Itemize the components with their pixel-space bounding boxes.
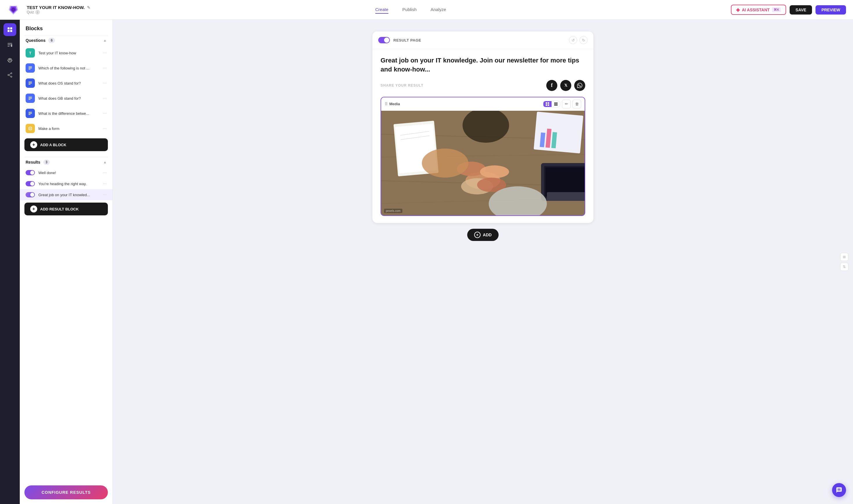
svg-rect-7 (11, 44, 12, 47)
media-delete-button[interactable]: 🗑 (572, 100, 581, 108)
chat-bubble-button[interactable] (832, 483, 846, 497)
ai-assistant-button[interactable]: ◈ AI ASSISTANT ⌘K (731, 5, 786, 15)
main-content: RESULT PAGE ↺ ↻ Great job on your IT kno… (113, 20, 853, 504)
sidebar-item-settings[interactable] (3, 53, 16, 66)
block-item-r3[interactable]: Great job on your IT knowled... ··· (20, 189, 112, 200)
info-icon: i (35, 10, 40, 15)
tab-analyze[interactable]: Analyze (430, 6, 446, 14)
block-item-q4[interactable]: What does GB stand for? ··· (20, 91, 112, 106)
sidebar-icons (0, 20, 20, 504)
block-item-q5[interactable]: What is the difference betwe... ··· (20, 106, 112, 121)
svg-rect-5 (7, 30, 10, 32)
ai-shortcut: ⌘K (772, 7, 781, 12)
redo-button[interactable]: ↻ (580, 36, 588, 44)
blocks-panel: Blocks Questions 6 ▲ T Test your IT know… (20, 20, 113, 504)
configure-results-button[interactable]: CONFIGURE RESULTS (24, 485, 108, 499)
result-card-header: RESULT PAGE ↺ ↻ (372, 31, 593, 49)
sidebar-item-share[interactable] (3, 69, 16, 82)
svg-point-54 (480, 165, 509, 178)
result-toggle-r2 (25, 181, 35, 186)
add-section: + ADD (467, 229, 499, 241)
svg-rect-34 (554, 105, 557, 106)
block-label-q3: What does OS stand for? (38, 81, 100, 86)
result-toggle-r3 (25, 192, 35, 197)
add-result-block-button[interactable]: + ADD RESULT BLOCK (24, 203, 108, 215)
drag-handle-icon: ⠿ (385, 102, 388, 106)
nav-right: ◈ AI ASSISTANT ⌘K SAVE PREVIEW (731, 5, 846, 15)
block-menu-q1[interactable]: ··· (103, 50, 107, 55)
add-block-button[interactable]: + ADD A BLOCK (24, 138, 108, 151)
svg-rect-28 (546, 102, 547, 104)
results-count: 3 (43, 160, 50, 165)
facebook-share-icon[interactable]: f (546, 80, 557, 91)
block-menu-q2[interactable]: ··· (103, 66, 107, 71)
logo[interactable] (7, 3, 20, 16)
svg-rect-24 (29, 114, 31, 115)
media-grid-view-button[interactable] (544, 101, 552, 107)
tab-publish[interactable]: Publish (402, 6, 416, 14)
svg-point-58 (422, 148, 468, 178)
svg-line-11 (9, 74, 11, 75)
results-section-header[interactable]: Results 3 ▲ (20, 157, 112, 167)
svg-rect-15 (29, 69, 31, 70)
block-label-q4: What does GB stand for? (38, 96, 100, 101)
block-icon-q6 (25, 124, 35, 133)
block-label-q6: Make a form (38, 126, 100, 131)
main-layout: Blocks Questions 6 ▲ T Test your IT know… (0, 20, 853, 504)
tab-create[interactable]: Create (375, 6, 388, 14)
media-image-svg (381, 111, 585, 215)
svg-rect-25 (29, 127, 32, 130)
result-headline: Great job on your IT knowledge. Join our… (380, 56, 585, 74)
twitter-share-icon[interactable]: 𝕏 (560, 80, 571, 91)
app-title: TEST YOUR IT KNOW-HOW. ✎ (27, 5, 90, 10)
save-button[interactable]: SAVE (789, 5, 812, 15)
align-tool-icon[interactable]: ⇅ (840, 263, 848, 271)
block-item-q1[interactable]: T Test your IT know-how ··· (20, 46, 112, 60)
layout-tool-icon[interactable]: ⊞ (840, 253, 848, 261)
sidebar-item-blocks[interactable] (3, 23, 16, 36)
questions-chevron-icon: ▲ (103, 38, 107, 42)
media-list-view-button[interactable] (552, 101, 560, 107)
undo-button[interactable]: ↺ (569, 36, 577, 44)
block-icon-q2 (25, 64, 35, 73)
questions-section-header[interactable]: Questions 6 ▲ (20, 35, 112, 46)
block-menu-r3[interactable]: ··· (103, 192, 107, 197)
block-menu-r1[interactable]: ··· (103, 170, 107, 175)
result-page-toggle[interactable] (378, 37, 390, 43)
preview-button[interactable]: PREVIEW (816, 5, 846, 15)
svg-rect-3 (7, 27, 10, 29)
block-item-q2[interactable]: Which of the following is not ... ··· (20, 60, 112, 76)
block-menu-q5[interactable]: ··· (103, 111, 107, 116)
share-section: SHARE YOUR RESULT f 𝕏 (380, 80, 585, 91)
sidebar-item-design[interactable] (3, 38, 16, 51)
add-button[interactable]: + ADD (467, 229, 499, 241)
media-edit-button[interactable]: ✏ (562, 100, 571, 108)
app-subtitle: Quiz i (27, 10, 90, 15)
svg-rect-33 (554, 104, 557, 104)
block-item-q6[interactable]: Make a form ··· (20, 121, 112, 136)
block-menu-r2[interactable]: ··· (103, 181, 107, 186)
block-label-r2: You're heading the right way. (38, 182, 100, 186)
svg-rect-19 (29, 97, 32, 97)
block-menu-q6[interactable]: ··· (103, 126, 107, 131)
svg-point-10 (11, 76, 12, 77)
block-icon-q1: T (25, 48, 35, 57)
block-label-q1: Test your IT know-how (38, 51, 100, 55)
whatsapp-share-icon[interactable] (574, 80, 585, 91)
block-icon-q3 (25, 78, 35, 88)
svg-rect-21 (29, 99, 31, 100)
result-card-body: Great job on your IT knowledge. Join our… (372, 49, 593, 223)
block-item-q3[interactable]: What does OS stand for? ··· (20, 76, 112, 91)
svg-rect-30 (546, 104, 547, 106)
svg-rect-32 (554, 103, 557, 103)
block-menu-q3[interactable]: ··· (103, 80, 107, 86)
block-item-r1[interactable]: Well done! ··· (20, 167, 112, 178)
svg-point-9 (8, 74, 9, 76)
block-menu-q4[interactable]: ··· (103, 96, 107, 101)
edit-title-icon[interactable]: ✎ (87, 5, 90, 10)
block-item-r2[interactable]: You're heading the right way. ··· (20, 178, 112, 189)
svg-point-8 (11, 73, 12, 74)
block-icon-q4 (25, 94, 35, 103)
media-label: ⠿ Media (385, 102, 400, 106)
nav-tabs: Create Publish Analyze (95, 6, 726, 14)
